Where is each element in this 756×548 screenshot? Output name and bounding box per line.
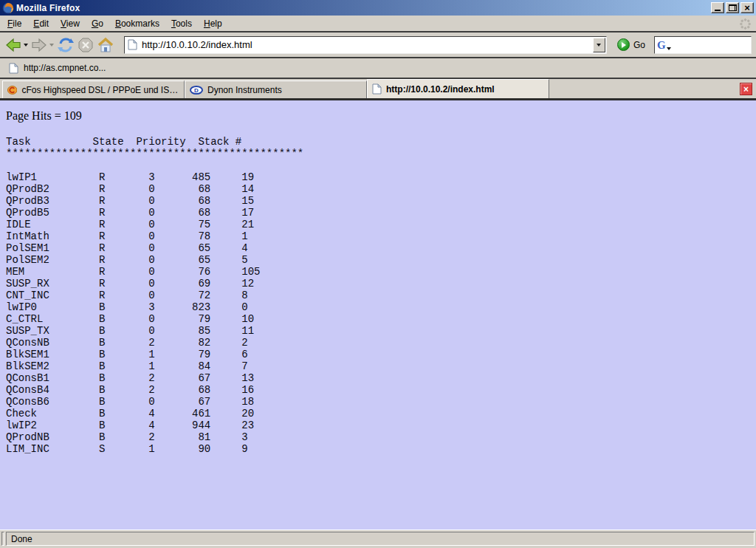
google-search-icon[interactable]: [657, 40, 671, 50]
stop-icon: [78, 37, 94, 53]
url-input[interactable]: http://10.0.10.2/index.html: [142, 39, 593, 50]
menu-help[interactable]: Help: [198, 16, 228, 31]
go-button[interactable]: [617, 38, 630, 51]
bookmark-label: http://as.cmpnet.co...: [24, 63, 106, 73]
page-icon: [128, 39, 137, 50]
dynon-logo-icon: D: [190, 86, 203, 95]
page-hits-text: Page Hits = 109: [6, 109, 756, 123]
status-text: Done: [11, 534, 32, 544]
back-button[interactable]: [4, 36, 29, 54]
menu-bar: File Edit View Go Bookmarks Tools Help: [0, 16, 756, 32]
menu-bookmarks[interactable]: Bookmarks: [109, 16, 165, 31]
tab-label: http://10.0.10.2/index.html: [386, 84, 495, 95]
stop-button[interactable]: [77, 35, 94, 55]
minimize-icon: [715, 10, 721, 11]
window-controls: [711, 2, 754, 13]
firefox-window: Mozilla Firefox File Edit View Go Bookma…: [0, 0, 756, 548]
back-dropdown-icon: [24, 44, 28, 47]
menu-tools[interactable]: Tools: [165, 16, 198, 31]
throbber-icon: [738, 17, 752, 30]
firefox-icon: [2, 2, 14, 14]
menu-edit[interactable]: Edit: [27, 16, 55, 31]
restore-icon: [729, 4, 737, 11]
menu-file[interactable]: File: [1, 16, 27, 31]
go-play-icon: [622, 42, 626, 48]
forward-button[interactable]: [30, 36, 55, 54]
search-input[interactable]: [654, 36, 752, 54]
forward-dropdown-icon: [49, 44, 54, 47]
status-bar: Done: [0, 530, 756, 548]
task-table: Task State Priority Stack # ************…: [6, 136, 756, 455]
bookmarks-toolbar: http://as.cmpnet.co...: [0, 58, 756, 79]
close-tab-button[interactable]: [740, 83, 752, 95]
home-button[interactable]: [96, 35, 115, 55]
menu-view[interactable]: View: [55, 16, 86, 31]
forward-icon: [31, 38, 47, 52]
window-title: Mozilla Firefox: [16, 3, 711, 13]
close-icon: [744, 4, 750, 12]
tab-bar: cFos Highspeed DSL / PPPoE und ISDN CAP.…: [0, 79, 756, 100]
title-bar[interactable]: Mozilla Firefox: [0, 0, 756, 16]
tab-label: cFos Highspeed DSL / PPPoE und ISDN CAP.…: [21, 85, 179, 95]
tab-index-html[interactable]: http://10.0.10.2/index.html: [367, 79, 549, 98]
reload-button[interactable]: [56, 35, 75, 55]
minimize-button[interactable]: [711, 2, 724, 13]
url-bar[interactable]: http://10.0.10.2/index.html: [124, 36, 607, 54]
menu-go[interactable]: Go: [86, 16, 109, 31]
url-dropdown-button[interactable]: [593, 38, 605, 52]
page-icon: [372, 83, 382, 95]
status-panel: Done: [6, 532, 755, 546]
cfos-logo-icon: [7, 85, 17, 95]
bookmark-item[interactable]: http://as.cmpnet.co...: [6, 61, 109, 75]
go-label[interactable]: Go: [633, 40, 645, 50]
navigation-toolbar: http://10.0.10.2/index.html Go: [0, 32, 756, 58]
home-icon: [97, 37, 114, 53]
close-window-button[interactable]: [740, 2, 754, 13]
statusbar-grip: [1, 532, 4, 546]
svg-text:D: D: [194, 87, 199, 94]
chevron-down-icon: [597, 44, 601, 47]
reload-icon: [57, 37, 75, 53]
tab-cfos[interactable]: cFos Highspeed DSL / PPPoE und ISDN CAP.…: [2, 81, 185, 98]
tab-dynon[interactable]: D Dynon Instruments: [185, 81, 367, 98]
tab-label: Dynon Instruments: [207, 85, 282, 95]
restore-button[interactable]: [726, 2, 739, 13]
page-content: Page Hits = 109 Task State Priority Stac…: [0, 100, 756, 530]
back-icon: [5, 38, 21, 52]
page-icon: [9, 63, 18, 74]
